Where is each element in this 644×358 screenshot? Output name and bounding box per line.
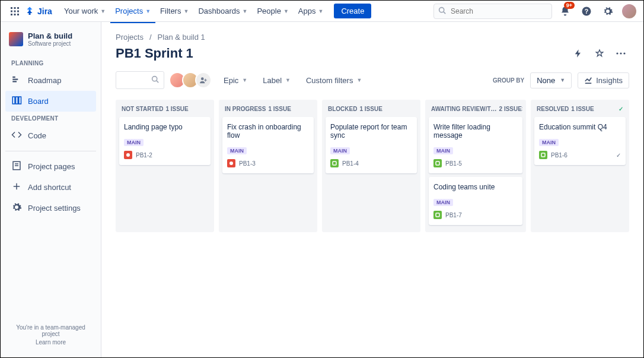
nav-item-people[interactable]: People▼	[252, 4, 293, 18]
svg-rect-8	[17, 14, 19, 15]
project-header[interactable]: Plan & build Software project	[5, 29, 96, 49]
chevron-down-icon: ▼	[285, 77, 291, 83]
card-title: Write filter loading message	[433, 123, 518, 140]
card-title: Populate report for team sync	[330, 123, 412, 140]
svg-rect-4	[14, 10, 16, 12]
story-icon	[330, 159, 339, 167]
custom-filters[interactable]: Custom filters▼	[302, 74, 365, 87]
notification-badge: 9+	[564, 2, 575, 9]
top-navigation: Jira Your work▼Projects▼Filters▼Dashboar…	[1, 1, 643, 22]
svg-point-26	[623, 52, 625, 54]
column-header: BLOCKED 1 ISSUE	[326, 103, 417, 117]
sidebar-item-project-pages[interactable]: Project pages	[5, 156, 96, 177]
create-button[interactable]: Create	[334, 4, 371, 18]
issue-key: PB1-7	[445, 212, 462, 218]
sidebar-item-code[interactable]: Code	[5, 125, 96, 146]
nav-item-dashboards[interactable]: Dashboards▼	[193, 4, 252, 18]
svg-rect-5	[17, 10, 19, 12]
column-not-started: NOT STARTED 1 ISSUELanding page typoMAIN…	[116, 100, 214, 232]
notifications-icon[interactable]: 9+	[557, 3, 573, 20]
board: NOT STARTED 1 ISSUELanding page typoMAIN…	[116, 100, 629, 232]
issue-card[interactable]: Write filter loading messageMAINPB1-5	[429, 117, 522, 173]
board-controls: Epic▼ Label▼ Custom filters▼ GROUP BY No…	[116, 71, 629, 89]
issue-card[interactable]: Landing page typoMAINPB1-2	[119, 117, 211, 165]
footer-text: You're in a team-managed project	[16, 324, 85, 337]
groupby-label: GROUP BY	[493, 77, 524, 84]
board-search[interactable]	[116, 71, 164, 89]
breadcrumb-item[interactable]: Projects	[116, 33, 144, 42]
issue-key: PB1-6	[551, 152, 568, 159]
issue-key: PB1-4	[342, 160, 359, 167]
user-avatar[interactable]	[622, 4, 636, 18]
sidebar-item-project-settings[interactable]: Project settings	[5, 198, 96, 218]
card-title: Education summit Q4	[539, 123, 621, 131]
sidebar-item-add-shortcut[interactable]: Add shortcut	[5, 177, 96, 198]
main-content: Projects / Plan & build 1 PB1 Sprint 1 E…	[101, 22, 643, 357]
svg-point-30	[126, 153, 130, 157]
help-icon[interactable]: ?	[578, 3, 595, 20]
automation-icon[interactable]	[570, 45, 586, 62]
column-header: IN PROGRESS 1 ISSUE	[222, 103, 314, 117]
nav-items-container: Your work▼Projects▼Filters▼Dashboards▼Pe…	[59, 4, 328, 18]
sidebar-item-board[interactable]: Board	[5, 91, 96, 112]
column-in-progress: IN PROGRESS 1 ISSUEFix crash in onboardi…	[219, 100, 317, 232]
learn-more-link[interactable]: Learn more	[10, 339, 91, 346]
svg-point-31	[229, 161, 233, 165]
column-blocked: BLOCKED 1 ISSUEPopulate report for team …	[322, 100, 420, 232]
more-menu-icon[interactable]	[613, 45, 629, 62]
issue-card[interactable]: Populate report for team syncMAINPB1-4	[326, 117, 417, 173]
star-icon[interactable]	[591, 45, 608, 62]
sidebar: Plan & build Software project PLANNING R…	[1, 22, 101, 357]
search-icon	[151, 75, 159, 85]
assignee-filter[interactable]	[173, 72, 212, 88]
svg-rect-17	[16, 97, 18, 104]
bug-icon	[227, 159, 235, 167]
issue-key: PB1-5	[445, 160, 462, 167]
issue-card[interactable]: Education summit Q4MAINPB1-6✓	[534, 117, 626, 165]
column-header: RESOLVED 1 ISSUE✓	[534, 103, 626, 117]
sidebar-item-roadmap[interactable]: Roadmap	[5, 70, 96, 91]
board-icon	[11, 95, 22, 107]
groupby-select[interactable]: None▼	[530, 72, 572, 88]
issue-card[interactable]: Coding teams uniteMAINPB1-7	[429, 177, 522, 225]
insights-icon	[584, 76, 592, 84]
svg-rect-3	[11, 10, 12, 12]
svg-rect-6	[11, 14, 12, 15]
nav-item-apps[interactable]: Apps▼	[294, 4, 329, 18]
chevron-down-icon: ▼	[100, 8, 106, 14]
breadcrumb: Projects / Plan & build 1	[116, 33, 629, 42]
chevron-down-icon: ▼	[242, 77, 247, 83]
project-type: Software project	[28, 40, 72, 47]
add-people-icon[interactable]	[195, 72, 212, 88]
settings-icon[interactable]	[600, 3, 616, 20]
svg-rect-0	[11, 7, 12, 9]
epic-tag: MAIN	[124, 139, 144, 146]
breadcrumb-item[interactable]: Plan & build 1	[158, 33, 205, 42]
story-icon	[433, 159, 442, 167]
app-switcher-icon[interactable]	[8, 4, 22, 18]
project-name: Plan & build	[28, 31, 72, 40]
nav-item-your-work[interactable]: Your work▼	[59, 4, 110, 18]
search-box[interactable]	[433, 4, 552, 19]
epic-tag: MAIN	[539, 139, 559, 146]
done-check-icon: ✓	[616, 152, 621, 159]
svg-rect-15	[12, 81, 17, 82]
svg-rect-13	[12, 77, 15, 78]
insights-button[interactable]: Insights	[578, 72, 629, 88]
epic-tag: MAIN	[330, 147, 350, 154]
nav-item-projects[interactable]: Projects▼	[110, 4, 155, 18]
svg-point-27	[152, 77, 157, 81]
nav-item-filters[interactable]: Filters▼	[155, 4, 193, 18]
sidebar-footer: You're in a team-managed project Learn m…	[5, 319, 96, 350]
label-filter[interactable]: Label▼	[259, 74, 294, 87]
issue-card[interactable]: Fix crash in onboarding flowMAINPB1-3	[222, 117, 314, 173]
column-header: NOT STARTED 1 ISSUE	[119, 103, 211, 117]
svg-rect-34	[436, 213, 439, 217]
search-input[interactable]	[433, 4, 552, 19]
epic-filter[interactable]: Epic▼	[220, 74, 251, 87]
column-resolved: RESOLVED 1 ISSUE✓Education summit Q4MAIN…	[531, 100, 629, 232]
jira-logo[interactable]: Jira	[24, 6, 52, 17]
card-title: Coding teams unite	[433, 183, 518, 191]
svg-rect-1	[14, 7, 16, 9]
search-icon	[438, 6, 446, 17]
